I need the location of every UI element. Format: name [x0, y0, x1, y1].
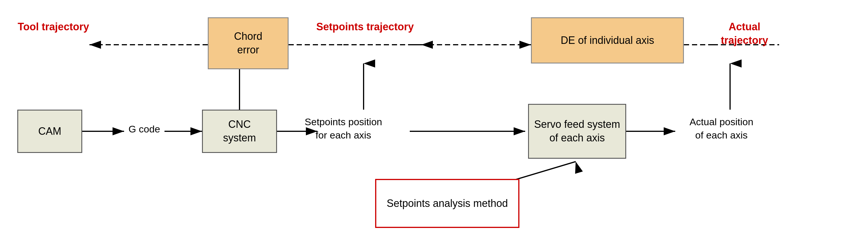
cnc-label: CNCsystem: [223, 118, 256, 145]
chord-error-box: Chorderror: [208, 17, 288, 69]
setpoints-position-label: Setpoints positionfor each axis: [288, 116, 398, 142]
setpoints-analysis-label: Setpoints analysis method: [387, 197, 508, 210]
actual-position-label: Actual positionof each axis: [675, 116, 768, 142]
setpoints-trajectory-label: Setpoints trajectory: [314, 20, 415, 34]
cam-box: CAM: [17, 110, 82, 153]
servo-box: Servo feed system of each axis: [528, 104, 626, 159]
cam-label: CAM: [38, 125, 61, 138]
de-axis-label: DE of individual axis: [561, 34, 654, 47]
actual-trajectory-label: Actual trajectory: [704, 20, 785, 47]
g-code-label: G code: [124, 123, 164, 136]
tool-trajectory-label: Tool trajectory: [17, 20, 89, 34]
cnc-box: CNCsystem: [202, 110, 277, 153]
servo-label: Servo feed system of each axis: [532, 118, 622, 145]
chord-error-label: Chorderror: [234, 30, 262, 57]
diagram: CAM G code CNCsystem Setpoints positionf…: [0, 0, 868, 247]
setpoints-analysis-box: Setpoints analysis method: [375, 179, 519, 228]
de-axis-box: DE of individual axis: [531, 17, 684, 63]
